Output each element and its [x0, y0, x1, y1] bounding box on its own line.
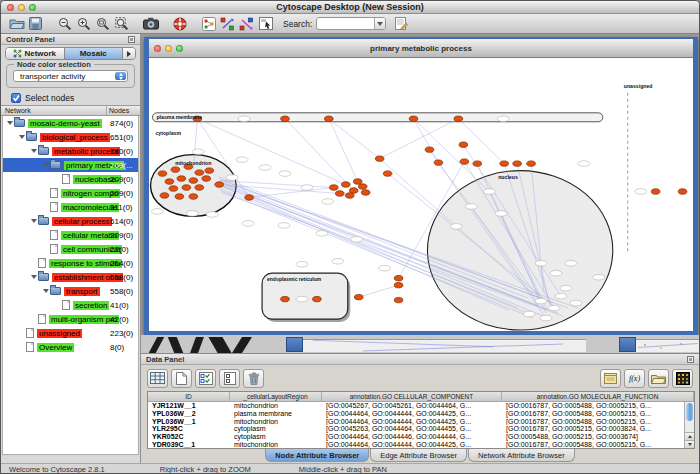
network-node[interactable]: [165, 179, 174, 184]
unselected-node[interactable]: [578, 161, 590, 167]
network-node[interactable]: [205, 168, 214, 173]
network-edge[interactable]: [329, 119, 380, 159]
unselected-node[interactable]: [238, 116, 250, 122]
background-window-fragment[interactable]: [190, 337, 204, 353]
network-edge[interactable]: [285, 119, 354, 191]
network-edge[interactable]: [329, 119, 358, 182]
network-node[interactable]: [527, 161, 536, 166]
table-column-header[interactable]: _cellularLayoutRegion: [230, 392, 322, 401]
tree-row[interactable]: nucleobase-209(0): [3, 172, 138, 186]
unselected-node[interactable]: [242, 221, 254, 227]
tab-network[interactable]: Network: [6, 48, 65, 59]
unselected-node[interactable]: [278, 223, 290, 229]
background-window-fragment[interactable]: [208, 337, 231, 353]
zoom-out-icon[interactable]: [55, 15, 74, 33]
table-scrollbar[interactable]: [684, 402, 694, 448]
network-node[interactable]: [195, 170, 204, 175]
table-row[interactable]: YKR052Ccytoplasm[GO:0044464, GO:0044446,…: [148, 433, 694, 441]
attribute-table-button[interactable]: [147, 369, 168, 388]
tree-row[interactable]: nitrogen compo209(0): [3, 186, 138, 200]
tree-row[interactable]: macromolecule311(0): [3, 200, 138, 214]
tab-overflow-button[interactable]: [123, 48, 135, 59]
unselected-node[interactable]: [332, 258, 344, 264]
table-row[interactable]: YPL036W__2plasma membrane[GO:0044464, GO…: [148, 410, 694, 418]
expand-arrow-icon[interactable]: [41, 289, 50, 293]
scroll-up-icon[interactable]: [685, 432, 694, 440]
network-node[interactable]: [394, 276, 403, 281]
tree-row[interactable]: cell communicat22(0): [3, 242, 138, 256]
zoom-fit-icon[interactable]: [93, 15, 112, 33]
unselected-node[interactable]: [192, 149, 204, 155]
unselected-node[interactable]: [322, 199, 334, 205]
search-dropdown-icon[interactable]: [374, 18, 385, 29]
float-panel-icon[interactable]: [687, 356, 694, 363]
tree-row[interactable]: biological_process651(0): [3, 130, 138, 144]
background-window-fragment[interactable]: [168, 337, 183, 353]
unselected-node[interactable]: [570, 300, 582, 306]
table-row[interactable]: YLR295Ccytoplasm[GO:0045263, GO:0044464,…: [148, 425, 694, 433]
unselected-node[interactable]: [535, 298, 547, 304]
annotation-icon[interactable]: [392, 15, 411, 33]
network-node[interactable]: [434, 160, 443, 165]
tree-row[interactable]: primary metabo209(...: [3, 158, 138, 172]
unselected-node[interactable]: [635, 189, 647, 195]
network-node[interactable]: [189, 194, 198, 199]
unselect-attributes-button[interactable]: [219, 369, 240, 388]
table-row[interactable]: YPL036W__1mitochondrion[GO:0044464, GO:0…: [148, 418, 694, 426]
expand-arrow-icon[interactable]: [41, 163, 50, 167]
network-node[interactable]: [281, 116, 290, 121]
unselected-node[interactable]: [548, 305, 560, 311]
unselected-node[interactable]: [316, 231, 328, 237]
expand-arrow-icon[interactable]: [29, 149, 38, 153]
network-node[interactable]: [409, 116, 418, 121]
close-window-icon[interactable]: [7, 4, 14, 11]
network-edge[interactable]: [458, 119, 504, 164]
network-view-titlebar[interactable]: primary metabolic process: [149, 39, 693, 58]
unselected-node[interactable]: [379, 265, 391, 271]
expand-arrow-icon[interactable]: [5, 121, 14, 125]
zoom-selected-icon[interactable]: [112, 15, 131, 33]
layout-network-icon[interactable]: [218, 15, 237, 33]
tree-row[interactable]: Overview8(0): [3, 340, 138, 354]
attribute-matrix-button[interactable]: [672, 369, 693, 388]
network-node[interactable]: [336, 191, 345, 196]
background-window-fragment[interactable]: [303, 339, 586, 352]
unselected-node[interactable]: [301, 185, 313, 191]
tree-row[interactable]: multi-organism pro42(0): [3, 312, 138, 326]
tree-row[interactable]: secretion41(0): [3, 298, 138, 312]
network-edge[interactable]: [249, 188, 334, 198]
network-node[interactable]: [160, 193, 169, 198]
table-column-header[interactable]: ID: [148, 392, 230, 401]
network-node[interactable]: [189, 178, 198, 183]
scrollbar-thumb[interactable]: [686, 403, 693, 421]
unselected-node[interactable]: [206, 212, 218, 218]
unselected-node[interactable]: [351, 237, 363, 243]
tree-row[interactable]: cellular metabo209(0): [3, 228, 138, 242]
network-node[interactable]: [325, 116, 334, 121]
network-node[interactable]: [215, 182, 224, 187]
import-attributes-button[interactable]: [648, 369, 669, 388]
network-node[interactable]: [383, 171, 392, 176]
zoom-window-icon[interactable]: [29, 4, 36, 11]
unselected-node[interactable]: [186, 211, 198, 217]
network-node[interactable]: [500, 161, 509, 166]
network-node[interactable]: [678, 189, 687, 194]
unselected-node[interactable]: [279, 171, 291, 177]
float-panel-icon[interactable]: [128, 36, 135, 43]
background-window-fragment[interactable]: [149, 337, 165, 353]
network-edge[interactable]: [414, 119, 439, 163]
background-window-fragment[interactable]: [636, 339, 699, 352]
background-window-fragment[interactable]: [232, 337, 252, 353]
unselected-node[interactable]: [296, 261, 308, 267]
open-session-button[interactable]: [7, 15, 26, 33]
search-input[interactable]: [317, 19, 374, 28]
unselected-node[interactable]: [465, 204, 477, 210]
expand-arrow-icon[interactable]: [17, 135, 26, 139]
network-node[interactable]: [177, 176, 186, 181]
unselected-node[interactable]: [450, 224, 462, 230]
network-node[interactable]: [158, 171, 167, 176]
minimize-window-icon[interactable]: [18, 4, 25, 11]
network-node[interactable]: [651, 189, 660, 194]
tab-mosaic[interactable]: Mosaic: [65, 48, 124, 59]
browser-tab[interactable]: Network Attribute Browser: [468, 449, 575, 462]
